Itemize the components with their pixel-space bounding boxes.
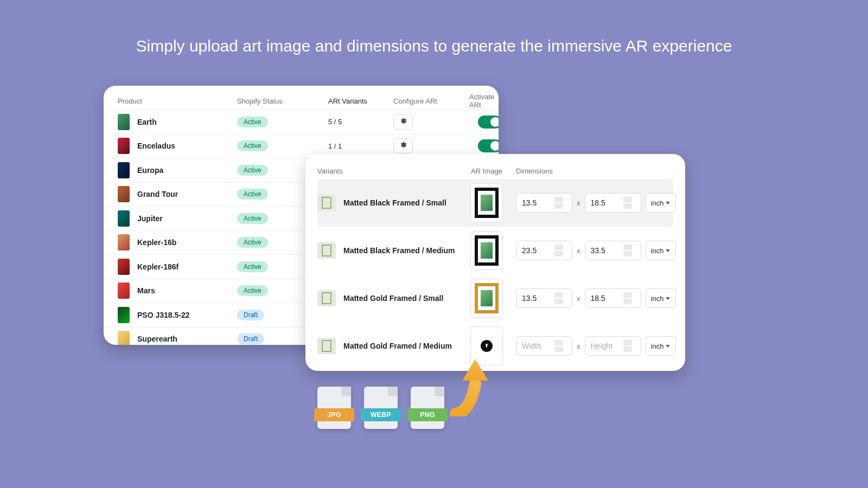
product-thumbnail xyxy=(118,282,130,299)
table-row[interactable]: EarthActive5 / 5 xyxy=(104,110,499,134)
col-header-dimensions: Dimensions xyxy=(516,167,673,175)
dimension-separator: x xyxy=(577,294,580,303)
height-input[interactable] xyxy=(591,246,623,255)
variant-thumbnail xyxy=(317,290,336,306)
page-headline: Simply upload art image and dimensions t… xyxy=(0,37,868,55)
status-badge: Active xyxy=(237,165,268,176)
col-header-product: Product xyxy=(118,97,237,105)
height-input[interactable] xyxy=(591,294,623,303)
variant-thumbnail xyxy=(317,338,336,354)
height-input-wrapper xyxy=(585,288,641,308)
gear-icon xyxy=(399,117,407,127)
col-header-activate: Activate ARt xyxy=(469,93,499,109)
product-name: Earth xyxy=(137,118,157,126)
variant-label: Matted Black Framed / Medium xyxy=(343,246,455,255)
width-input[interactable] xyxy=(522,198,554,207)
height-stepper[interactable] xyxy=(623,245,632,256)
height-stepper[interactable] xyxy=(623,340,632,352)
status-badge: Active xyxy=(237,261,268,272)
product-name: Europa xyxy=(137,166,163,175)
product-name: Jupiter xyxy=(137,214,163,223)
width-input-wrapper xyxy=(516,193,572,213)
unit-select[interactable]: inch xyxy=(646,241,676,260)
variant-label: Matted Black Framed / Small xyxy=(343,198,446,207)
file-format-icons: JPGWEBPPNG xyxy=(317,387,444,429)
width-input-wrapper xyxy=(516,336,572,356)
status-badge: Active xyxy=(237,237,268,248)
variants-panel: Variants AR Image Dimensions Matted Blac… xyxy=(305,154,685,371)
file-format-label: JPG xyxy=(314,408,354,421)
status-badge: Draft xyxy=(237,310,264,320)
variant-row[interactable]: Matted Gold Framed / Smallxinch xyxy=(317,274,673,322)
configure-button[interactable] xyxy=(393,138,413,153)
ar-image-preview[interactable] xyxy=(470,279,503,318)
product-name: Kepler-186f xyxy=(137,262,178,271)
variant-row[interactable]: Matted Black Framed / Mediumxinch xyxy=(317,227,673,274)
width-stepper[interactable] xyxy=(554,340,563,352)
ar-image-preview[interactable] xyxy=(470,183,503,222)
product-thumbnail xyxy=(118,186,130,202)
col-header-variants-name: Variants xyxy=(317,167,457,175)
variants-header-row: Variants AR Image Dimensions xyxy=(317,163,673,179)
product-name: Mars xyxy=(137,286,155,295)
col-header-configure: Configure ARt xyxy=(393,97,469,105)
width-stepper[interactable] xyxy=(554,292,563,304)
width-input-wrapper xyxy=(516,288,572,308)
height-input-wrapper xyxy=(585,193,641,213)
product-name: Enceladus xyxy=(137,142,175,150)
variants-count: 1 / 1 xyxy=(328,142,393,150)
status-badge: Active xyxy=(237,285,268,296)
variants-count: 5 / 5 xyxy=(328,118,393,126)
variant-label: Matted Gold Framed / Medium xyxy=(343,342,452,350)
height-stepper[interactable] xyxy=(623,197,632,209)
variant-row[interactable]: Matted Black Framed / Smallxinch xyxy=(317,179,673,227)
width-input[interactable] xyxy=(522,246,554,255)
status-badge: Active xyxy=(237,117,268,127)
file-format-label: PNG xyxy=(407,408,448,421)
dimension-separator: x xyxy=(577,247,580,255)
activate-toggle[interactable] xyxy=(478,115,499,129)
width-stepper[interactable] xyxy=(554,197,563,209)
col-header-status: Shopify Status xyxy=(237,97,328,105)
status-badge: Active xyxy=(237,213,268,224)
width-input[interactable] xyxy=(522,342,554,350)
file-format-icon: PNG xyxy=(411,387,444,429)
ar-image-upload[interactable] xyxy=(470,326,503,365)
width-input[interactable] xyxy=(522,294,554,303)
product-thumbnail xyxy=(118,331,130,345)
gear-icon xyxy=(399,141,407,151)
product-thumbnail xyxy=(118,162,130,178)
configure-button[interactable] xyxy=(393,114,413,130)
unit-select[interactable]: inch xyxy=(646,288,676,308)
file-format-label: WEBP xyxy=(361,408,401,421)
status-badge: Draft xyxy=(237,333,264,344)
products-header-row: Product Shopify Status ARt Variants Conf… xyxy=(104,92,499,110)
activate-toggle[interactable] xyxy=(478,139,499,152)
height-input[interactable] xyxy=(591,342,623,350)
unit-select[interactable]: inch xyxy=(646,336,676,356)
product-name: Kepler-16b xyxy=(137,238,176,247)
variant-row[interactable]: Matted Gold Framed / Mediumxinch xyxy=(317,322,673,370)
ar-image-preview[interactable] xyxy=(470,231,503,270)
product-thumbnail xyxy=(118,114,130,130)
status-badge: Active xyxy=(237,140,268,151)
product-thumbnail xyxy=(118,307,130,323)
product-thumbnail xyxy=(118,210,130,227)
variant-thumbnail xyxy=(317,242,336,259)
width-stepper[interactable] xyxy=(554,245,563,256)
product-thumbnail xyxy=(118,259,130,275)
width-input-wrapper xyxy=(516,241,572,260)
height-input-wrapper xyxy=(585,336,641,356)
dimension-separator: x xyxy=(577,199,580,207)
dimension-separator: x xyxy=(577,342,580,350)
col-header-ar-image: AR Image xyxy=(466,167,507,175)
product-name: PSO J318.5-22 xyxy=(137,311,190,319)
height-input-wrapper xyxy=(585,241,641,260)
variant-thumbnail xyxy=(317,195,336,211)
status-badge: Active xyxy=(237,189,268,200)
variant-label: Matted Gold Framed / Small xyxy=(343,294,443,303)
unit-select[interactable]: inch xyxy=(646,193,676,213)
height-stepper[interactable] xyxy=(623,292,632,304)
product-name: Superearth xyxy=(137,335,177,343)
height-input[interactable] xyxy=(591,198,623,207)
